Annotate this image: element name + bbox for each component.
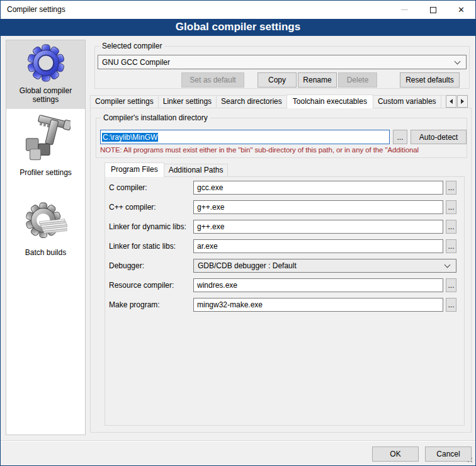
rename-button[interactable]: Rename	[298, 72, 337, 88]
tab-additional-paths[interactable]: Additional Paths	[164, 164, 229, 176]
browse-dynamic-linker-button[interactable]: ...	[446, 220, 456, 234]
resize-grip[interactable]	[471, 458, 472, 459]
tab-linker-settings[interactable]: Linker settings	[158, 95, 217, 108]
gear-papers-icon	[25, 202, 67, 246]
field-label: C++ compiler:	[108, 203, 193, 212]
program-tabs: Program Files Additional Paths	[105, 162, 227, 177]
delete-button[interactable]: Delete	[338, 72, 377, 88]
compiler-settings-window: Compiler settings ✕ Global compiler sett…	[0, 0, 476, 466]
c-compiler-input[interactable]	[193, 181, 443, 195]
resize-grip[interactable]	[468, 461, 469, 462]
compiler-select-value: GNU GCC Compiler	[102, 58, 453, 67]
tab-scroll-left-button[interactable]	[446, 95, 456, 108]
tab-toolchain-executables[interactable]: Toolchain executables	[286, 94, 373, 108]
installation-directory-group: Compiler's installation directory C:\ray…	[96, 118, 467, 158]
settings-tabs: Compiler settings Linker settings Search…	[90, 94, 445, 108]
settings-category-list: Global compiler settings	[6, 40, 86, 435]
selected-compiler-group: Selected compiler GNU GCC Compiler Set a…	[94, 46, 470, 89]
debugger-select-value: GDB/CDB debugger : Default	[198, 261, 443, 270]
resource-compiler-input[interactable]	[193, 278, 443, 292]
tab-scroll-right-button[interactable]	[457, 95, 468, 108]
make-program-input[interactable]	[193, 298, 443, 312]
field-row-debugger: Debugger: GDB/CDB debugger : Default	[108, 259, 456, 273]
browse-make-program-button[interactable]: ...	[446, 298, 456, 312]
dynamic-linker-input[interactable]	[193, 220, 443, 234]
browse-directory-button[interactable]: ...	[393, 130, 407, 144]
sidebar-item-profiler-settings[interactable]: Profiler settings	[6, 111, 85, 182]
field-label: Make program:	[108, 300, 193, 309]
window-title: Compiler settings	[7, 1, 65, 19]
close-button[interactable]: ✕	[447, 1, 475, 19]
field-label: Debugger:	[108, 261, 193, 270]
field-label: C compiler:	[108, 183, 193, 192]
field-label: Linker for dynamic libs:	[108, 222, 193, 231]
group-label: Compiler's installation directory	[101, 113, 210, 123]
resize-grip[interactable]	[471, 461, 472, 462]
ok-button[interactable]: OK	[372, 446, 419, 462]
minimize-button[interactable]	[390, 1, 419, 19]
tab-compiler-settings[interactable]: Compiler settings	[90, 95, 159, 108]
blue-gear-icon	[26, 43, 65, 84]
cpp-compiler-input[interactable]	[193, 200, 443, 214]
sidebar-item-label: Global compiler settings	[8, 86, 84, 104]
browse-static-linker-button[interactable]: ...	[446, 239, 456, 253]
field-label: Resource compiler:	[108, 281, 193, 290]
tab-build-options[interactable]: Build options	[441, 95, 445, 108]
tab-program-files[interactable]: Program Files	[105, 162, 164, 177]
field-row-make-program: Make program: ...	[108, 298, 456, 312]
field-row-cpp-compiler: C++ compiler: ...	[108, 200, 456, 214]
footer-divider	[1, 440, 475, 441]
field-label: Linker for static libs:	[108, 242, 193, 251]
sidebar-item-global-compiler-settings[interactable]: Global compiler settings	[6, 40, 85, 109]
compiler-select[interactable]: GNU GCC Compiler	[98, 55, 467, 69]
chevron-down-icon	[455, 58, 461, 64]
dialog-header: Global compiler settings	[1, 19, 475, 36]
note-text: NOTE: All programs must exist either in …	[100, 146, 467, 154]
set-as-default-button[interactable]: Set as default	[181, 72, 244, 88]
sidebar-item-batch-builds[interactable]: Batch builds	[6, 198, 85, 262]
arrow-left-icon	[447, 99, 453, 104]
sidebar-item-label: Batch builds	[8, 248, 84, 257]
field-row-c-compiler: C compiler: ...	[108, 181, 456, 195]
titlebar: Compiler settings ✕	[1, 1, 475, 19]
maximize-button[interactable]	[419, 1, 447, 19]
cancel-button[interactable]: Cancel	[425, 446, 472, 462]
field-row-static-linker: Linker for static libs: ...	[108, 239, 456, 253]
field-row-dynamic-linker: Linker for dynamic libs: ...	[108, 220, 456, 234]
browse-resource-compiler-button[interactable]: ...	[446, 278, 456, 292]
tab-custom-variables[interactable]: Custom variables	[373, 95, 441, 108]
chevron-down-icon	[445, 262, 451, 268]
reset-defaults-button[interactable]: Reset defaults	[400, 72, 460, 88]
group-label: Selected compiler	[99, 42, 164, 51]
debugger-select[interactable]: GDB/CDB debugger : Default	[193, 259, 456, 273]
installation-directory-input[interactable]: C:\raylib\MinGW	[100, 130, 390, 144]
browse-cpp-compiler-button[interactable]: ...	[446, 200, 456, 214]
static-linker-input[interactable]	[193, 239, 443, 253]
field-row-resource-compiler: Resource compiler: ...	[108, 278, 456, 292]
program-files-page: C compiler: ... C++ compiler: ... Linker…	[105, 176, 465, 426]
close-icon: ✕	[458, 6, 465, 14]
copy-button[interactable]: Copy	[258, 72, 297, 88]
auto-detect-button[interactable]: Auto-detect	[411, 130, 467, 144]
arrow-right-icon	[461, 99, 467, 104]
sidebar-item-label: Profiler settings	[8, 168, 84, 177]
maximize-icon	[430, 7, 436, 13]
selected-path-text: C:\raylib\MinGW	[102, 133, 158, 142]
minimize-icon	[401, 9, 408, 10]
caliper-icon	[21, 114, 71, 166]
tab-search-directories[interactable]: Search directories	[216, 95, 287, 108]
browse-c-compiler-button[interactable]: ...	[446, 181, 456, 195]
